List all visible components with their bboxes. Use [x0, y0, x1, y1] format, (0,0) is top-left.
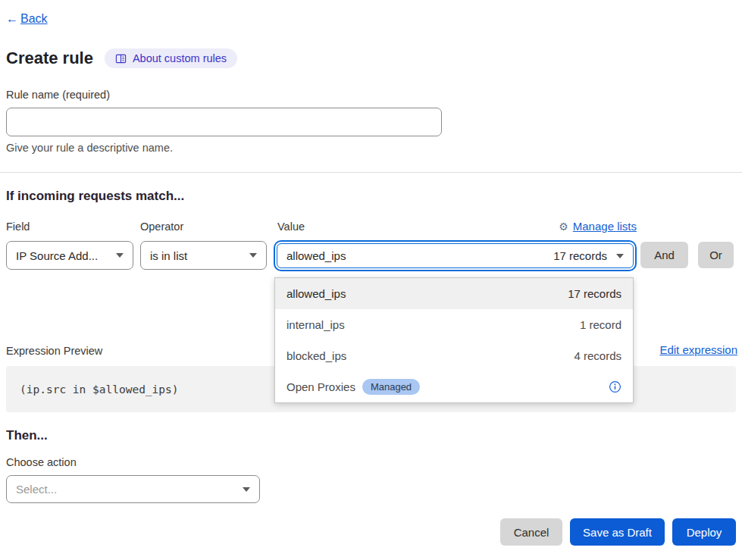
dropdown-option-blocked-ips[interactable]: blocked_ips 4 records — [275, 340, 633, 371]
rule-name-input[interactable] — [6, 108, 442, 136]
value-select-record-count: 17 records — [553, 249, 607, 262]
value-label: Value — [277, 221, 305, 233]
option-name: allowed_ips — [286, 287, 346, 300]
manage-lists-link[interactable]: ⚙ Manage lists — [559, 220, 637, 233]
title-row: Create rule About custom rules — [6, 48, 237, 68]
section-divider — [0, 172, 742, 173]
gear-icon: ⚙ — [559, 221, 568, 232]
action-select-placeholder: Select... — [16, 483, 57, 496]
book-icon — [115, 53, 127, 64]
then-section-heading: Then... — [6, 428, 48, 443]
field-select-value: IP Source Add... — [16, 249, 98, 262]
managed-badge: Managed — [362, 379, 420, 395]
create-rule-page: ← Back Create rule About custom rules Ru… — [0, 0, 742, 560]
operator-select[interactable]: is in list — [140, 241, 267, 270]
expression-code: (ip.src in $allowed_ips) — [20, 383, 179, 396]
value-select-value: allowed_ips — [286, 249, 346, 262]
about-custom-rules-link[interactable]: About custom rules — [105, 48, 237, 68]
cancel-button[interactable]: Cancel — [500, 518, 562, 546]
option-name: blocked_ips — [286, 349, 346, 362]
chevron-down-icon — [616, 254, 624, 258]
or-button[interactable]: Or — [698, 242, 734, 268]
match-section-heading: If incoming requests match... — [6, 189, 184, 204]
chevron-down-icon — [249, 253, 257, 258]
dropdown-option-open-proxies[interactable]: Open Proxies Managed — [275, 371, 633, 402]
rule-name-helper: Give your rule a descriptive name. — [6, 142, 173, 154]
option-name: Open Proxies — [286, 380, 355, 393]
and-button[interactable]: And — [640, 242, 688, 268]
edit-expression-link[interactable]: Edit expression — [659, 343, 737, 356]
left-arrow-icon: ← — [6, 12, 18, 26]
dropdown-option-internal-ips[interactable]: internal_ips 1 record — [275, 309, 633, 340]
choose-action-label: Choose action — [6, 456, 77, 468]
info-icon[interactable] — [609, 380, 621, 393]
save-as-draft-button[interactable]: Save as Draft — [570, 518, 665, 546]
operator-select-value: is in list — [150, 249, 187, 262]
option-record-count: 17 records — [568, 287, 621, 300]
value-select[interactable]: allowed_ips 17 records — [277, 243, 634, 268]
option-record-count: 1 record — [580, 318, 621, 331]
operator-label: Operator — [140, 221, 183, 233]
expression-preview-label: Expression Preview — [6, 345, 102, 357]
deploy-button[interactable]: Deploy — [672, 518, 736, 546]
back-link-label: Back — [20, 12, 48, 26]
dropdown-option-allowed-ips[interactable]: allowed_ips 17 records — [275, 278, 633, 309]
page-title: Create rule — [6, 48, 93, 68]
option-record-count: 4 records — [574, 349, 621, 362]
chevron-down-icon — [116, 253, 124, 258]
value-dropdown-panel: allowed_ips 17 records internal_ips 1 re… — [274, 277, 634, 403]
manage-lists-label: Manage lists — [573, 220, 637, 233]
field-label: Field — [6, 221, 30, 233]
field-select[interactable]: IP Source Add... — [6, 241, 133, 270]
about-custom-rules-label: About custom rules — [133, 52, 227, 64]
action-select[interactable]: Select... — [6, 475, 260, 503]
back-link[interactable]: ← Back — [6, 12, 48, 26]
chevron-down-icon — [243, 487, 250, 492]
rule-name-label: Rule name (required) — [6, 89, 110, 101]
option-name: internal_ips — [286, 318, 345, 331]
